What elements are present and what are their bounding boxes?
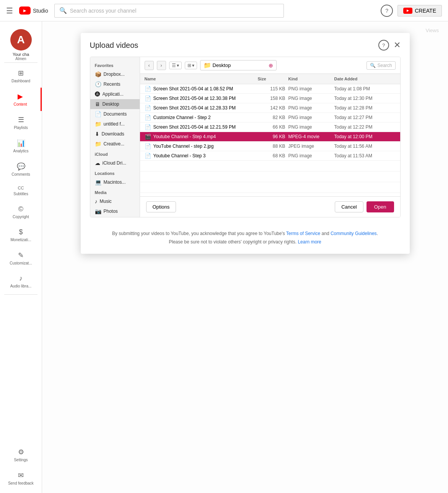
fp-item-desktop[interactable]: 🖥 Desktop [90,99,140,109]
search-bar[interactable]: 🔍 Search across your channel [54,4,284,18]
learn-more-link[interactable]: Learn more [298,239,321,245]
fp-item-icloud[interactable]: ☁ iCloud Dri... [90,158,140,168]
fp-item-documents[interactable]: 📄 Documents [90,109,140,119]
guidelines-link[interactable]: Community Guidelines [331,231,377,236]
file-icon: 📄 [145,105,151,111]
fp-forward-button[interactable]: › [157,61,166,70]
sidebar-item-dashboard[interactable]: ⊞ Dashboard [0,64,42,88]
file-name: Youtube Channel - Step 3 [153,153,206,158]
fp-file-row[interactable]: 📄 Screen Shot 2021-05-04 at 1.08.52 PM 1… [140,84,400,94]
downloads-icon: ⬇ [95,131,99,137]
footer-text-middle: and [320,231,331,236]
sidebar-label-settings: Settings [14,458,28,462]
fp-item-downloads[interactable]: ⬇ Downloads [90,129,140,139]
fp-file-row[interactable]: 🎬 Youtube Channel - Step 4.mp4 96 KB MPE… [140,132,400,142]
analytics-icon: 📊 [17,139,25,147]
fp-file-row[interactable]: 📄 Customize Channel - Step 2 82 KB PNG i… [140,113,400,122]
terms-link[interactable]: Terms of Service [286,231,320,236]
fp-search-input[interactable]: Search [377,63,392,68]
fp-search[interactable]: 🔍 Search [367,61,395,70]
fp-file-row[interactable]: 📄 Screen Shot 2021-05-04 at 12.28.33 PM … [140,103,400,113]
file-kind: PNG image [288,153,334,158]
sidebar-item-comments[interactable]: 💬 Comments [0,158,42,181]
create-button[interactable]: CREATE [397,5,442,16]
fp-file-row[interactable]: 📄 Screen Shot 2021-05-04 at 12.21.59 PM … [140,122,400,132]
fp-cancel-button[interactable]: Cancel [335,201,363,212]
topbar: ☰ Studio 🔍 Search across your channel ? … [0,0,448,21]
create-video-icon [403,8,412,14]
fp-item-music[interactable]: ♪ Music [90,196,140,206]
file-name: Screen Shot 2021-05-04 at 12.21.59 PM [153,124,236,130]
fp-item-label-dropbox: Dropbox... [104,72,125,77]
fp-item-dropbox[interactable]: 📦 Dropbox... [90,69,140,79]
fp-item-label-photos: Photos [104,209,118,214]
fp-path[interactable]: 📁 Desktop ⊕ [200,60,277,70]
grid-view-chevron: ▾ [192,63,194,68]
sidebar-item-settings[interactable]: ⚙ Settings [0,443,42,467]
modal-close-icon[interactable]: ✕ [394,40,401,50]
fp-file-row[interactable]: 📄 YouTube Channel - step 2.jpg 88 KB JPE… [140,142,400,151]
fp-item-untitled[interactable]: 📁 untitled f... [90,119,140,129]
hamburger-icon[interactable]: ☰ [6,6,13,15]
content-icon: ▶ [18,92,23,101]
file-icon: 🎬 [145,134,151,140]
sidebar-item-content[interactable]: ▶ Content [0,88,42,111]
customization-icon: ✎ [18,251,24,260]
file-kind: JPEG image [288,144,334,149]
fp-file-row[interactable]: 📄 Screen Shot 2021-05-04 at 12.30.38 PM … [140,94,400,103]
subtitles-icon: CC [18,186,24,190]
file-size: 158 KB [258,96,288,101]
file-date: Today at 12:00 PM [334,134,396,139]
sidebar-label-dashboard: Dashboard [11,79,30,83]
logo: Studio [19,7,48,15]
comments-icon: 💬 [17,162,25,171]
sidebar-item-copyright[interactable]: © Copyright [0,201,42,224]
file-icon: 📄 [145,124,151,130]
fp-item-label-icloud: iCloud Dri... [103,160,127,166]
fp-item-applications[interactable]: 🅐 Applicati... [90,89,140,99]
fp-item-macintos[interactable]: 💻 Macintos... [90,177,140,187]
sidebar-item-customization[interactable]: ✎ Customizat... [0,246,42,270]
fp-item-label-untitled: untitled f... [104,121,125,127]
sidebar-item-feedback[interactable]: ✉ Send feedback [0,467,42,490]
fp-item-label-music: Music [100,199,112,204]
avatar: A [10,29,32,51]
playlists-icon: ☰ [18,116,24,124]
file-name: Screen Shot 2021-05-04 at 12.28.33 PM [153,105,236,111]
file-size: 96 KB [258,134,288,139]
sidebar-label-comments: Comments [11,172,30,176]
fp-item-creative[interactable]: 📁 Creative... [90,139,140,149]
fp-file-row[interactable]: 📄 Youtube Channel - Step 3 68 KB PNG ima… [140,151,400,161]
fp-list-view-button[interactable]: ☰ ▾ [169,62,182,69]
modal-footer-line2: Please be sure not to violate others' co… [90,238,401,246]
modal-header: Upload videos ? ✕ [81,33,410,57]
fp-item-photos[interactable]: 📷 Photos [90,206,140,216]
sidebar-label-audio: Audio libra... [10,284,32,288]
col-size: Size [258,75,288,82]
fp-open-button[interactable]: Open [367,201,394,212]
modal-help-icon[interactable]: ? [378,40,389,51]
fp-options-button[interactable]: Options [146,201,176,212]
modal-title: Upload videos [90,41,138,50]
sidebar-label-customization: Customizat... [10,261,32,265]
sidebar-item-monetization[interactable]: $ Monetizati... [0,224,42,246]
help-icon[interactable]: ? [381,5,393,17]
modal-footer: By submitting your videos to YouTube, yo… [81,225,410,254]
sidebar-item-analytics[interactable]: 📊 Analytics [0,134,42,158]
file-icon: 📄 [145,86,151,92]
file-date: Today at 12:22 PM [334,124,396,130]
fp-file-list: Name Size Kind Date Added 📄 Screen Shot … [140,74,400,196]
applications-icon: 🅐 [95,91,100,97]
search-icon: 🔍 [59,7,67,14]
modal-footer-line1: By submitting your videos to YouTube, yo… [90,230,401,238]
sidebar-item-playlists[interactable]: ☰ Playlists [0,111,42,134]
fp-item-recents[interactable]: 🕐 Recents [90,79,140,89]
list-view-chevron: ▾ [177,63,179,68]
file-size: 68 KB [258,153,288,158]
fp-empty-row-2 [140,171,400,182]
fp-back-button[interactable]: ‹ [145,61,154,70]
sidebar-item-subtitles[interactable]: CC Subtitles [0,181,42,201]
search-input[interactable]: Search across your channel [70,8,279,14]
sidebar-item-audio[interactable]: ♪ Audio libra... [0,270,42,293]
fp-grid-view-button[interactable]: ⊞ ▾ [185,62,197,69]
